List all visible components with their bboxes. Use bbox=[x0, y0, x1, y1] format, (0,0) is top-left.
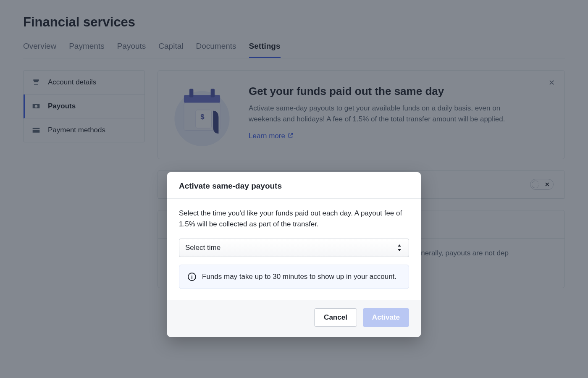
chevron-updown-icon bbox=[398, 244, 403, 252]
modal-body: Select the time you'd like your funds pa… bbox=[167, 199, 421, 300]
info-icon bbox=[188, 273, 196, 281]
activate-button[interactable]: Activate bbox=[363, 308, 409, 327]
payout-time-select[interactable]: Select time bbox=[179, 239, 409, 257]
modal-description: Select the time you'd like your funds pa… bbox=[179, 208, 409, 229]
cancel-button[interactable]: Cancel bbox=[314, 308, 357, 327]
info-text: Funds may take up to 30 minutes to show … bbox=[202, 273, 396, 281]
select-placeholder: Select time bbox=[185, 244, 220, 252]
modal-title: Activate same-day payouts bbox=[179, 181, 409, 191]
modal-footer: Cancel Activate bbox=[167, 300, 421, 337]
info-callout: Funds may take up to 30 minutes to show … bbox=[179, 265, 409, 289]
modal-overlay[interactable]: Activate same-day payouts Select the tim… bbox=[0, 0, 588, 378]
modal-header: Activate same-day payouts bbox=[167, 172, 421, 199]
page-root: Financial services Overview Payments Pay… bbox=[0, 0, 588, 378]
activate-payouts-modal: Activate same-day payouts Select the tim… bbox=[167, 172, 421, 337]
